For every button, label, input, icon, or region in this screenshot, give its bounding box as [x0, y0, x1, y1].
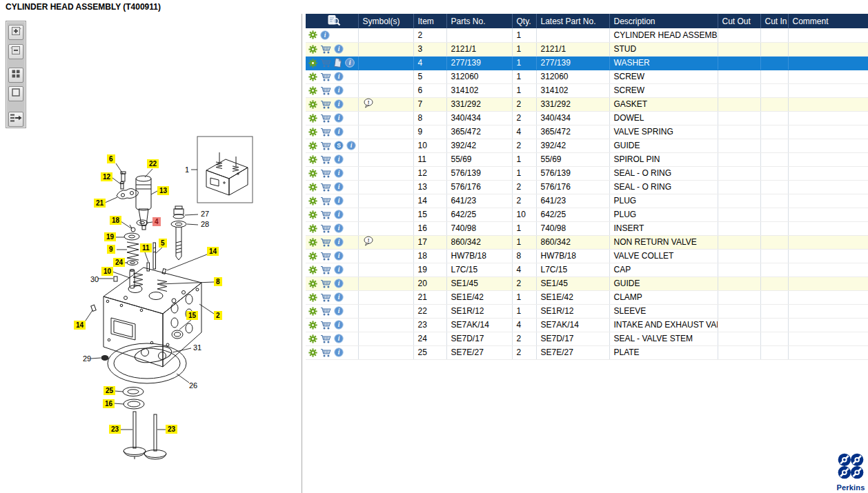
gear-icon[interactable]	[308, 307, 317, 316]
cart-icon[interactable]	[320, 252, 331, 261]
cart-icon[interactable]	[320, 224, 331, 233]
gear-icon[interactable]	[308, 128, 317, 137]
s-icon[interactable]: S	[334, 141, 344, 150]
info-icon[interactable]: i	[334, 223, 344, 233]
cart-icon[interactable]	[320, 210, 331, 219]
cart-icon[interactable]	[320, 307, 331, 316]
info-icon[interactable]: i	[334, 127, 344, 137]
info-icon[interactable]: i	[334, 72, 344, 81]
gear-icon[interactable]	[308, 334, 317, 343]
table-row[interactable]: i16740/981740/98INSERT	[306, 221, 868, 235]
info-icon[interactable]: i	[334, 279, 344, 288]
gear-icon[interactable]	[308, 86, 317, 95]
diagram-label-11[interactable]: 11	[140, 243, 152, 252]
table-row[interactable]: i14641/232641/23PLUG	[306, 194, 868, 208]
table-row[interactable]: i19L7C/154L7C/15CAP	[306, 263, 868, 276]
note-icon[interactable]	[334, 58, 342, 68]
table-row[interactable]: i18HW7B/188HW7B/18VALVE COLLET	[306, 249, 868, 263]
zoom-out-button[interactable]	[8, 44, 23, 59]
diagram-label-4[interactable]: 4	[152, 217, 161, 226]
gear-icon[interactable]	[308, 348, 317, 357]
table-row[interactable]: i25SE7E/272SE7E/27PLATE	[306, 345, 868, 359]
gear-icon[interactable]	[308, 169, 317, 178]
column-header-symbols[interactable]: Symbol(s)	[358, 14, 413, 28]
gear-icon[interactable]	[308, 293, 317, 302]
info-icon[interactable]: i	[334, 237, 344, 247]
info-icon[interactable]: i	[334, 196, 344, 205]
table-row[interactable]: i63141021314102SCREW	[306, 83, 868, 97]
table-row[interactable]: i20SE1/452SE1/45GUIDE	[306, 276, 868, 290]
gear-icon[interactable]	[308, 210, 317, 219]
gear-icon[interactable]	[308, 45, 317, 54]
info-icon[interactable]: i	[334, 306, 344, 316]
diagram-label-10[interactable]: 10	[101, 267, 113, 276]
info-icon[interactable]: i	[334, 168, 344, 178]
diagram-label-13[interactable]: 13	[157, 186, 169, 195]
cart-icon[interactable]	[320, 141, 331, 150]
cart-icon[interactable]	[320, 197, 331, 205]
table-row[interactable]: i!7331/2922331/292GASKET	[306, 97, 868, 111]
info-icon[interactable]: i	[320, 30, 330, 40]
gear-icon[interactable]	[308, 100, 317, 109]
column-header-actions[interactable]	[306, 14, 358, 28]
diagram-label-5[interactable]: 5	[159, 239, 167, 248]
table-row[interactable]: i!17860/3421860/342NON RETURN VALVE	[306, 235, 868, 249]
table-row[interactable]: i53120601312060SCREW	[306, 70, 868, 83]
gear-icon[interactable]	[308, 265, 317, 274]
diagram-label-23[interactable]: 23	[166, 425, 177, 434]
cart-icon[interactable]	[320, 72, 331, 81]
gear-icon[interactable]	[308, 252, 317, 261]
info-icon[interactable]: i	[334, 210, 344, 219]
info-icon[interactable]: i	[334, 182, 344, 192]
diagram-label-8[interactable]: 8	[214, 277, 222, 286]
diagram-label-23[interactable]: 23	[109, 425, 121, 434]
gear-icon[interactable]	[308, 72, 317, 81]
column-header-parts_no[interactable]: Parts No.	[446, 14, 512, 28]
diagram-label-14[interactable]: 14	[74, 321, 86, 330]
table-row[interactable]: i1155/69155/69SPIROL PIN	[306, 152, 868, 166]
diagram-label-6[interactable]: 6	[107, 154, 115, 163]
diagram-label-15[interactable]: 15	[186, 311, 198, 320]
info-icon[interactable]: i	[334, 85, 344, 95]
table-row[interactable]: i24SE7D/172SE7D/17SEAL - VALVE STEM	[306, 332, 868, 345]
table-row[interactable]: i32121/112121/1STUD	[306, 42, 868, 56]
diagram-label-21[interactable]: 21	[94, 199, 106, 208]
info-icon[interactable]: i	[334, 292, 344, 302]
fit-view-button[interactable]	[8, 86, 23, 101]
tile-view-button[interactable]	[8, 68, 23, 83]
table-row[interactable]: i21SE1E/421SE1E/42CLAMP	[306, 290, 868, 304]
cart-icon[interactable]	[320, 334, 331, 343]
gear-icon[interactable]	[308, 238, 317, 247]
table-row[interactable]: i4277/1391277/139WASHER	[306, 56, 868, 70]
cart-icon[interactable]	[320, 114, 331, 123]
info-icon[interactable]: i	[334, 251, 344, 261]
column-header-item[interactable]: Item	[413, 14, 446, 28]
table-row[interactable]: i22SE1R/121SE1R/12SLEEVE	[306, 304, 868, 318]
cart-icon[interactable]	[320, 128, 331, 137]
gear-icon[interactable]	[308, 114, 317, 123]
diagram-label-16[interactable]: 16	[103, 399, 115, 408]
table-row[interactable]: i15642/2510642/25PLUG	[306, 208, 868, 221]
cart-icon[interactable]	[320, 45, 331, 54]
panel-divider[interactable]	[302, 14, 302, 493]
diagram-label-18[interactable]: 18	[110, 216, 121, 225]
info-icon[interactable]: i	[334, 154, 344, 164]
diagram-label-14[interactable]: 14	[207, 247, 219, 256]
gear-icon[interactable]	[308, 141, 317, 150]
gear-icon[interactable]	[308, 59, 317, 68]
cart-icon[interactable]	[320, 293, 331, 302]
diagram-label-22[interactable]: 22	[147, 159, 159, 168]
column-header-qty[interactable]: Qty.	[512, 14, 536, 28]
cart-icon[interactable]	[320, 59, 331, 68]
cart-icon[interactable]	[320, 86, 331, 95]
table-row[interactable]: i13576/1762576/176SEAL - O RING	[306, 180, 868, 194]
zoom-in-button[interactable]	[8, 25, 23, 40]
info-icon[interactable]: i	[345, 58, 355, 68]
diagram-label-9[interactable]: 9	[107, 245, 115, 254]
table-row[interactable]: i12576/1391576/139SEAL - O RING	[306, 166, 868, 180]
table-row[interactable]: i23SE7AK/144SE7AK/14INTAKE AND EXHAUST V…	[306, 318, 868, 332]
gear-icon[interactable]	[308, 279, 317, 288]
table-row[interactable]: i8340/4342340/434DOWEL	[306, 111, 868, 125]
info-icon[interactable]: i	[334, 334, 344, 343]
cart-icon[interactable]	[320, 183, 331, 192]
